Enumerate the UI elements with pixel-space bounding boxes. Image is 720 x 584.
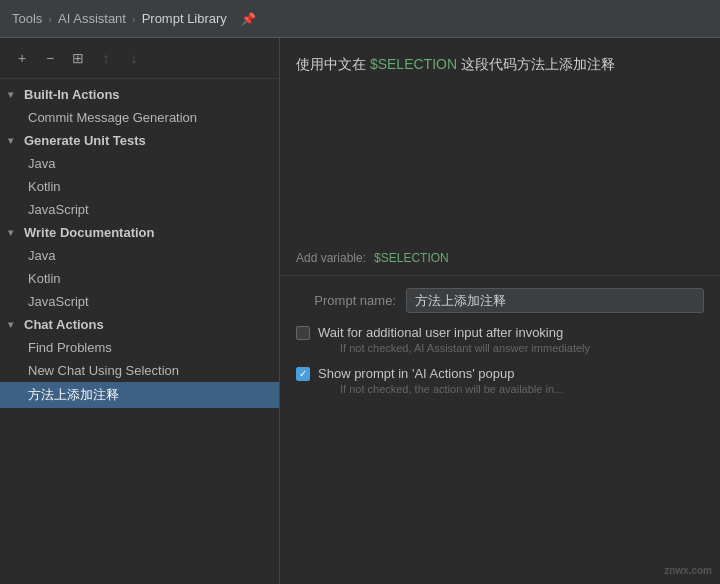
breadcrumb: Tools › AI Assistant › Prompt Library 📌 (12, 11, 256, 26)
checkbox1-hint: If not checked, AI Assistant will answer… (318, 342, 590, 354)
item-commit-message[interactable]: Commit Message Generation (0, 106, 279, 129)
group-built-in-actions: ▾ Built-In Actions Commit Message Genera… (0, 83, 279, 129)
chevron-icon: ▾ (8, 89, 20, 100)
item-new-chat[interactable]: New Chat Using Selection (0, 359, 279, 382)
checkbox1-container: Wait for additional user input after inv… (318, 325, 590, 354)
checkbox2-hint: If not checked, the action will be avail… (318, 383, 563, 395)
prompt-variable: $SELECTION (370, 56, 457, 72)
sidebar-tree: ▾ Built-In Actions Commit Message Genera… (0, 79, 279, 584)
breadcrumb-ai-assistant[interactable]: AI Assistant (58, 11, 126, 26)
item-kotlin-test[interactable]: Kotlin (0, 175, 279, 198)
title-bar: Tools › AI Assistant › Prompt Library 📌 (0, 0, 720, 38)
item-java-test[interactable]: Java (0, 152, 279, 175)
checkbox2-label: Show prompt in 'AI Actions' popup (318, 366, 563, 381)
add-variable-tag[interactable]: $SELECTION (374, 251, 449, 265)
prompt-prefix: 使用中文在 (296, 56, 370, 72)
item-add-comment[interactable]: 方法上添加注释 (0, 382, 279, 408)
sidebar-toolbar: + − ⊞ ↑ ↓ (0, 38, 279, 79)
group-header-chat-actions[interactable]: ▾ Chat Actions (0, 313, 279, 336)
prompt-name-label: Prompt name: (296, 293, 396, 308)
group-generate-unit-tests: ▾ Generate Unit Tests Java Kotlin JavaSc… (0, 129, 279, 221)
item-kotlin-doc[interactable]: Kotlin (0, 267, 279, 290)
group-chat-actions: ▾ Chat Actions Find Problems New Chat Us… (0, 313, 279, 408)
pin-icon: 📌 (241, 12, 256, 26)
item-js-doc[interactable]: JavaScript (0, 290, 279, 313)
chevron-icon: ▾ (8, 319, 20, 330)
prompt-area[interactable]: 使用中文在 $SELECTION 这段代码方法上添加注释 (280, 38, 720, 247)
breadcrumb-tools[interactable]: Tools (12, 11, 42, 26)
group-label: Built-In Actions (24, 87, 120, 102)
sidebar: + − ⊞ ↑ ↓ ▾ Built-In Actions Commit Mess… (0, 38, 280, 584)
item-js-test[interactable]: JavaScript (0, 198, 279, 221)
prompt-name-input[interactable] (406, 288, 704, 313)
checkbox2[interactable] (296, 367, 310, 381)
group-label: Generate Unit Tests (24, 133, 146, 148)
item-java-doc[interactable]: Java (0, 244, 279, 267)
group-label: Write Documentation (24, 225, 155, 240)
prompt-suffix: 这段代码方法上添加注释 (457, 56, 615, 72)
prompt-name-row: Prompt name: (296, 288, 704, 313)
group-header-built-in-actions[interactable]: ▾ Built-In Actions (0, 83, 279, 106)
prompt-text: 使用中文在 $SELECTION 这段代码方法上添加注释 (296, 54, 704, 75)
fields-section: Prompt name: (280, 276, 720, 325)
breadcrumb-sep1: › (48, 13, 52, 25)
group-label: Chat Actions (24, 317, 104, 332)
add-variable-label: Add variable: (296, 251, 366, 265)
breadcrumb-prompt-library[interactable]: Prompt Library (142, 11, 227, 26)
chevron-icon: ▾ (8, 135, 20, 146)
move-down-button[interactable]: ↓ (122, 46, 146, 70)
checkbox1[interactable] (296, 326, 310, 340)
right-panel: 使用中文在 $SELECTION 这段代码方法上添加注释 Add variabl… (280, 38, 720, 584)
add-button[interactable]: + (10, 46, 34, 70)
remove-button[interactable]: − (38, 46, 62, 70)
item-find-problems[interactable]: Find Problems (0, 336, 279, 359)
group-header-write-documentation[interactable]: ▾ Write Documentation (0, 221, 279, 244)
move-up-button[interactable]: ↑ (94, 46, 118, 70)
add-variable-row: Add variable: $SELECTION (280, 247, 720, 276)
chevron-icon: ▾ (8, 227, 20, 238)
checkbox2-row: Show prompt in 'AI Actions' popup If not… (280, 366, 720, 395)
group-header-generate-unit-tests[interactable]: ▾ Generate Unit Tests (0, 129, 279, 152)
checkbox2-container: Show prompt in 'AI Actions' popup If not… (318, 366, 563, 395)
copy-button[interactable]: ⊞ (66, 46, 90, 70)
checkbox1-label: Wait for additional user input after inv… (318, 325, 590, 340)
main-content: + − ⊞ ↑ ↓ ▾ Built-In Actions Commit Mess… (0, 38, 720, 584)
watermark: znwx.com (664, 565, 712, 576)
group-write-documentation: ▾ Write Documentation Java Kotlin JavaSc… (0, 221, 279, 313)
checkbox1-row: Wait for additional user input after inv… (280, 325, 720, 354)
breadcrumb-sep2: › (132, 13, 136, 25)
